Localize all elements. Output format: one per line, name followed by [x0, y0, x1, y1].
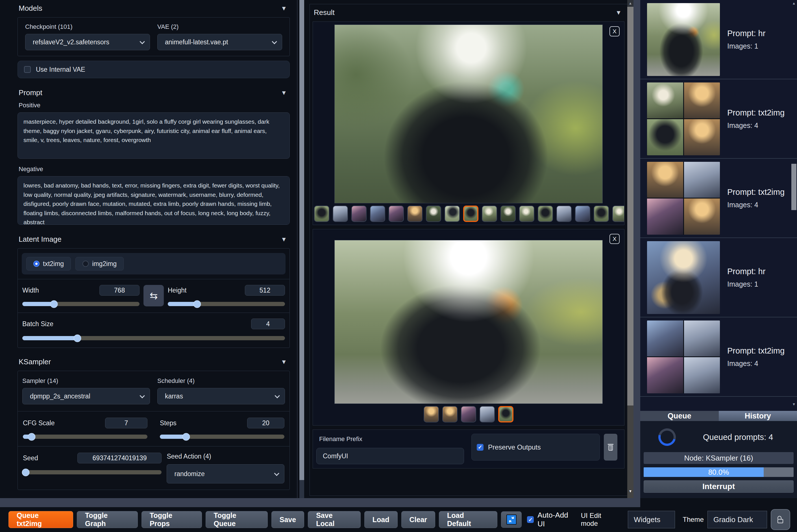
- history-item[interactable]: Prompt: txt2imgImages: 4: [640, 159, 797, 238]
- ksampler-section-header[interactable]: KSampler ▼: [18, 354, 290, 371]
- lock-button[interactable]: [771, 509, 790, 530]
- positive-prompt-input[interactable]: masterpiece, hyper detailed background, …: [18, 112, 290, 159]
- toggle-graph-button[interactable]: Toggle Graph: [77, 511, 138, 528]
- scroll-up-icon[interactable]: ▲: [627, 0, 633, 7]
- prompt-section-header[interactable]: Prompt ▼: [18, 84, 290, 102]
- collapse-icon[interactable]: ▼: [615, 9, 622, 16]
- scheduler-select[interactable]: karras: [157, 388, 285, 404]
- history-item[interactable]: Prompt: txt2imgImages: 4: [640, 317, 797, 397]
- preserve-outputs-checkbox[interactable]: ✓: [477, 444, 483, 451]
- history-thumbnail-cell[interactable]: [684, 357, 720, 393]
- filename-prefix-input[interactable]: [316, 448, 464, 464]
- gallery-thumbnail[interactable]: [612, 206, 624, 222]
- width-slider[interactable]: [22, 302, 139, 306]
- width-input[interactable]: 768: [99, 285, 139, 296]
- batch-size-slider[interactable]: [22, 336, 285, 340]
- generated-image-1[interactable]: [335, 24, 603, 203]
- toggle-props-button[interactable]: Toggle Props: [141, 511, 202, 528]
- sampler-select[interactable]: dpmpp_2s_ancestral: [22, 388, 150, 404]
- gallery-thumbnail[interactable]: [442, 406, 457, 422]
- toggle-queue-button[interactable]: Toggle Queue: [206, 511, 268, 528]
- gallery-thumbnail[interactable]: [426, 206, 441, 222]
- history-thumbnail-cell[interactable]: [647, 321, 683, 357]
- history-thumbnail-cell[interactable]: [647, 162, 683, 198]
- steps-slider[interactable]: [160, 435, 284, 439]
- models-section-header[interactable]: Models ▼: [18, 0, 290, 17]
- sidebar-scrollbar[interactable]: ▲ ▼: [791, 0, 796, 409]
- clear-button[interactable]: Clear: [401, 511, 436, 528]
- history-thumbnail-grid[interactable]: [647, 82, 720, 155]
- scroll-down-icon[interactable]: ▼: [627, 488, 633, 495]
- gallery-thumbnail-selected[interactable]: [498, 406, 513, 422]
- negative-prompt-input[interactable]: lowres, bad anatomy, bad hands, text, er…: [18, 176, 290, 225]
- left-panel-scrollbar[interactable]: [299, 0, 304, 498]
- delete-outputs-button[interactable]: [604, 434, 618, 460]
- history-thumbnail-cell[interactable]: [684, 198, 720, 235]
- slider-handle[interactable]: [74, 334, 81, 342]
- queue-txt2img-button[interactable]: Queue txt2img: [8, 511, 73, 528]
- cfg-slider[interactable]: [23, 435, 148, 439]
- gallery-thumbnail[interactable]: [444, 206, 460, 222]
- gallery-thumbnail[interactable]: [461, 406, 476, 422]
- slider-handle[interactable]: [28, 433, 35, 440]
- use-internal-vae-checkbox[interactable]: [24, 66, 31, 73]
- history-thumbnail-grid[interactable]: [647, 162, 720, 235]
- auto-add-ui-checkbox[interactable]: ✓: [527, 516, 534, 523]
- close-image-button[interactable]: X: [609, 26, 620, 36]
- vae-select[interactable]: animefull-latest.vae.pt: [157, 34, 282, 50]
- gallery-thumbnail[interactable]: [388, 206, 404, 222]
- history-thumbnail-cell[interactable]: [647, 198, 683, 235]
- txt2img-radio[interactable]: txt2img: [26, 257, 71, 270]
- collapse-icon[interactable]: ▼: [281, 236, 287, 243]
- main-scrollbar[interactable]: ▲ ▼: [627, 0, 633, 498]
- gallery-thumbnail[interactable]: [575, 206, 590, 222]
- history-item[interactable]: Prompt: hrImages: 1: [640, 238, 797, 317]
- ui-edit-mode-select[interactable]: Widgets: [628, 511, 675, 528]
- slider-handle[interactable]: [182, 433, 190, 440]
- history-thumbnail-cell[interactable]: [684, 162, 720, 198]
- load-default-button[interactable]: Load Default: [439, 511, 497, 528]
- gallery-thumbnail[interactable]: [370, 206, 385, 222]
- history-item[interactable]: Prompt: txt2imgImages: 4: [640, 79, 797, 159]
- slider-handle[interactable]: [193, 300, 201, 308]
- theme-select[interactable]: Gradio Dark: [707, 511, 767, 528]
- gallery-thumbnail[interactable]: [407, 206, 422, 222]
- history-thumbnail-cell[interactable]: [684, 321, 720, 357]
- scrollbar-thumb[interactable]: [299, 0, 304, 480]
- save-button[interactable]: Save: [271, 511, 304, 528]
- seed-action-select[interactable]: randomize: [167, 464, 284, 483]
- gallery-thumbnail[interactable]: [479, 406, 495, 422]
- swap-dimensions-button[interactable]: ⇆: [144, 285, 164, 306]
- history-thumbnail[interactable]: [647, 3, 720, 76]
- scroll-down-icon[interactable]: ▼: [791, 402, 796, 406]
- close-image-button[interactable]: X: [609, 234, 620, 244]
- interrupt-button[interactable]: Interrupt: [644, 480, 794, 493]
- load-button[interactable]: Load: [364, 511, 398, 528]
- scroll-up-icon[interactable]: ▲: [791, 1, 796, 5]
- refresh-ui-button[interactable]: [501, 511, 521, 528]
- history-thumbnail-cell[interactable]: [684, 82, 720, 119]
- history-thumbnail-cell[interactable]: [647, 82, 683, 119]
- generated-image-2[interactable]: [335, 240, 603, 404]
- latent-section-header[interactable]: Latent Image ▼: [18, 231, 290, 248]
- history-item[interactable]: Prompt: hrImages: 1: [640, 0, 797, 79]
- height-input[interactable]: 512: [245, 285, 285, 296]
- history-thumbnail-cell[interactable]: [647, 357, 683, 393]
- img2img-radio[interactable]: img2img: [75, 257, 124, 270]
- slider-handle[interactable]: [50, 300, 58, 308]
- result-section-header[interactable]: Result ▼: [312, 4, 624, 21]
- collapse-icon[interactable]: ▼: [281, 5, 287, 12]
- gallery-thumbnail[interactable]: [594, 206, 609, 222]
- height-slider[interactable]: [168, 302, 285, 306]
- gallery-thumbnail-selected[interactable]: [463, 206, 478, 222]
- gallery-thumbnail[interactable]: [519, 206, 534, 222]
- history-thumbnail-grid[interactable]: [647, 321, 720, 393]
- gallery-thumbnail[interactable]: [333, 206, 348, 222]
- seed-input[interactable]: 693741274019139: [77, 453, 162, 463]
- gallery-thumbnail[interactable]: [556, 206, 572, 222]
- checkpoint-select[interactable]: refslaveV2_v2.safetensors: [25, 34, 150, 50]
- steps-input[interactable]: 20: [247, 418, 284, 429]
- scrollbar-thumb[interactable]: [627, 7, 633, 405]
- history-thumbnail-cell[interactable]: [647, 119, 683, 155]
- tab-history[interactable]: History: [719, 411, 797, 421]
